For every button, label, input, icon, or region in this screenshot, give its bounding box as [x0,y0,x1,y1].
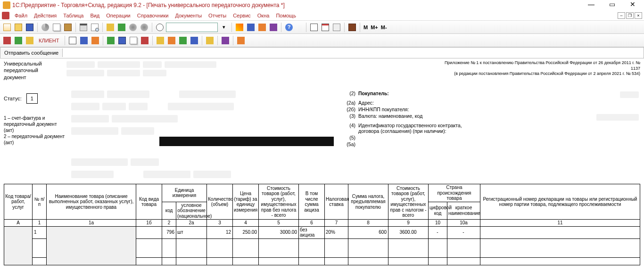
maximize-button[interactable]: ▭ [603,0,620,10]
appendix-line2: (в редакции постановления Правительства … [442,71,640,77]
client-label[interactable]: КЛИЕНТ [36,38,62,43]
status-label: Статус: [4,96,22,101]
tool-icon [118,24,125,31]
menu-app-icon [2,12,9,19]
st-k-button[interactable] [155,35,165,46]
new-button[interactable] [2,22,12,33]
keyboard-button[interactable] [331,22,342,33]
field-address: (2а) Адрес: [344,100,640,106]
send-message-button[interactable]: Отправить сообщение [0,49,63,57]
gear-icon [129,24,137,31]
menu-windows[interactable]: Окна [255,12,272,19]
keyboard-icon [333,24,340,31]
menu-view[interactable]: Вид [87,12,102,19]
mem-mminus[interactable]: М- [380,25,388,30]
search-input[interactable] [166,23,218,32]
cell-sum-notax: 3000.00 [259,226,299,238]
toolbar-main: ▾ ? М М+ М- [0,21,644,34]
st-h-button[interactable] [117,35,127,46]
copy-icon [53,24,60,31]
menu-help[interactable]: Помощь [273,12,299,19]
upd-table: Код товара/ работ, услуг № п/п Наименова… [4,184,640,265]
cell-tax: 600 [348,226,388,238]
mem-mplus[interactable]: М+ [370,25,379,30]
st-a-button[interactable] [2,35,12,46]
tool-a-button[interactable] [105,22,116,33]
redacted-header [65,60,433,89]
st-q-button[interactable] [236,35,246,46]
st-j-button[interactable] [140,35,150,46]
tool-g-button[interactable] [257,22,267,33]
th-unit-group: Единица измерения [162,184,207,202]
tool-c-button[interactable] [128,22,138,33]
cell-num: 1 [33,226,47,238]
table-row[interactable]: 1 796 шт 12 250.00 3000.00 без акциза 20… [4,226,640,238]
st-n-button[interactable] [189,35,199,46]
tool-b-button[interactable] [116,22,127,33]
st-i-button[interactable] [128,35,139,46]
toolbar-sep [202,36,202,45]
dropdown-button[interactable]: ▾ [219,22,229,33]
chart-icon [206,37,214,44]
st-p-button[interactable] [220,35,231,46]
tool-icon [258,24,266,31]
open-button[interactable] [13,22,24,33]
cut-button[interactable] [40,22,50,33]
doc-close-button[interactable]: × [635,12,642,19]
menu-docs[interactable]: Документы [172,12,205,19]
th-code: Код товара/ работ, услуг [4,184,33,220]
new-icon [3,24,11,31]
st-c-button[interactable] [25,35,35,46]
tool-d-button[interactable] [139,22,149,33]
calc-button[interactable] [309,22,319,33]
menu-table[interactable]: Таблица [60,12,86,19]
message-bar: Отправить сообщение [0,47,644,58]
mem-m[interactable]: М [363,25,369,30]
st-d-button[interactable] [67,35,78,46]
save-icon [118,37,126,44]
preview-button[interactable] [90,22,100,33]
st-b-button[interactable] [13,35,24,46]
document-area[interactable]: Универсальный передаточный документ Прил… [0,58,644,279]
print-button[interactable] [78,22,89,33]
doc-restore-button[interactable]: ❐ [626,12,634,19]
toolbar-sep [281,23,281,32]
toolbar-sep [75,23,76,32]
help-button[interactable]: ? [284,22,294,33]
tool-icon [141,37,149,44]
toolbar-sep [344,23,345,32]
th-sum-notax: Стоимость товаров (работ, услуг), имущес… [259,184,299,220]
st-g-button[interactable] [106,35,116,46]
st-l-button[interactable] [166,35,177,46]
toolbar-sep [231,23,232,32]
doc-minimize-button[interactable]: – [618,12,625,19]
menu-file[interactable]: Файл [12,12,30,19]
menu-refs[interactable]: Справочники [134,12,172,19]
st-e-button[interactable] [79,35,89,46]
tool-icon [237,37,245,44]
st-o-button[interactable] [205,35,215,46]
tool-icon [270,24,277,31]
st-f-button[interactable] [90,35,100,46]
tool-e-button[interactable] [234,22,245,33]
menu-reports[interactable]: Отчеты [206,12,229,19]
tool-f-button[interactable] [246,22,256,33]
th-country-group: Страна происхождения товара [429,184,480,202]
st-m-button[interactable] [178,35,188,46]
toolbar-sep [233,36,233,45]
print-icon [80,24,87,31]
menu-actions[interactable]: Действия [31,12,59,19]
cell-code [4,226,33,265]
book-button[interactable] [347,22,357,33]
menu-service[interactable]: Сервис [230,12,254,19]
close-button[interactable]: ✕ [624,0,641,10]
calendar-button[interactable] [320,22,330,33]
minimize-button[interactable]: — [583,0,600,10]
find-button[interactable] [155,22,165,33]
tool-icon [107,37,115,44]
save-button[interactable] [25,22,35,33]
menu-operations[interactable]: Операции [103,12,133,19]
paste-button[interactable] [63,22,73,33]
tool-h-button[interactable] [268,22,279,33]
copy-button[interactable] [51,22,62,33]
